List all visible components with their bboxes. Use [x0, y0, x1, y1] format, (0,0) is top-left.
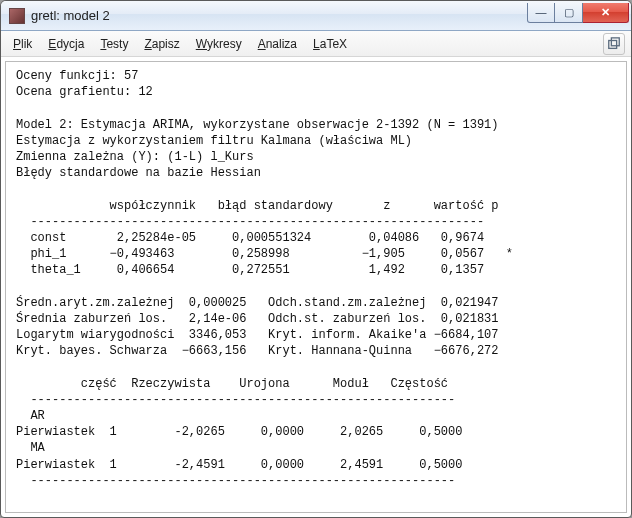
output-line: Oceny funkcji: 57 [16, 69, 138, 83]
menu-zapisz-rest: apisz [152, 37, 180, 51]
close-button[interactable]: ✕ [583, 3, 629, 23]
output-line: Średn.aryt.zm.zależnej 0,000025 Odch.sta… [16, 296, 498, 310]
output-line: ----------------------------------------… [16, 215, 484, 229]
windows-icon [607, 37, 621, 51]
svg-rect-0 [609, 40, 617, 48]
app-window: gretl: model 2 — ▢ ✕ Plik Edycja Testy Z… [0, 0, 632, 518]
titlebar[interactable]: gretl: model 2 — ▢ ✕ [1, 1, 631, 31]
window-tool-button[interactable] [603, 33, 625, 55]
output-line: AR [16, 409, 45, 423]
output-line: Pierwiastek 1 -2,0265 0,0000 2,0265 0,50… [16, 425, 462, 439]
menu-testy-rest: esty [106, 37, 128, 51]
close-icon: ✕ [601, 6, 610, 19]
menu-wykresy-rest: ykresy [207, 37, 242, 51]
output-line: const 2,25284e-05 0,000551324 0,04086 0,… [16, 231, 491, 245]
output-line: theta_1 0,406654 0,272551 1,492 0,1357 [16, 263, 491, 277]
menu-edycja[interactable]: Edycja [40, 34, 92, 54]
output-line: część Rzeczywista Urojona Moduł Częstość [16, 377, 448, 391]
minimize-button[interactable]: — [527, 3, 555, 23]
output-line: Średnia zaburzeń los. 2,14e-06 Odch.st. … [16, 312, 498, 326]
output-line: współczynnik błąd standardowy z wartość … [16, 199, 498, 213]
minimize-icon: — [536, 6, 547, 18]
menubar: Plik Edycja Testy Zapisz Wykresy Analiza… [1, 31, 631, 57]
app-icon [9, 8, 25, 24]
menu-plik[interactable]: Plik [5, 34, 40, 54]
output-line: Model 2: Estymacja ARIMA, wykorzystane o… [16, 118, 498, 132]
output-line: Pierwiastek 1 -2,4591 0,0000 2,4591 0,50… [16, 458, 462, 472]
menu-zapisz[interactable]: Zapisz [136, 34, 187, 54]
output-line: Ocena grafientu: 12 [16, 85, 153, 99]
output-line: ----------------------------------------… [16, 393, 455, 407]
output-line: Logarytm wiarygodności 3346,053 Kryt. in… [16, 328, 498, 342]
output-line: phi_1 −0,493463 0,258998 −1,905 0,0567 * [16, 247, 513, 261]
menu-latex-rest: aTeX [320, 37, 347, 51]
svg-rect-1 [611, 37, 619, 45]
window-title: gretl: model 2 [31, 8, 527, 23]
menu-testy[interactable]: Testy [92, 34, 136, 54]
output-pane[interactable]: Oceny funkcji: 57 Ocena grafientu: 12 Mo… [5, 61, 627, 513]
output-line: Kryt. bayes. Schwarza −6663,156 Kryt. Ha… [16, 344, 498, 358]
output-line: Błędy standardowe na bazie Hessian [16, 166, 261, 180]
maximize-icon: ▢ [564, 6, 574, 19]
menu-plik-rest: lik [21, 37, 32, 51]
menu-analiza-rest: naliza [266, 37, 297, 51]
output-line: MA [16, 441, 45, 455]
menu-edycja-rest: dycja [56, 37, 84, 51]
output-line: Estymacja z wykorzystaniem filtru Kalman… [16, 134, 412, 148]
menu-wykresy[interactable]: Wykresy [188, 34, 250, 54]
output-line: ----------------------------------------… [16, 474, 455, 488]
output-line: Zmienna zależna (Y): (1-L) l_Kurs [16, 150, 254, 164]
menu-analiza[interactable]: Analiza [250, 34, 305, 54]
maximize-button[interactable]: ▢ [555, 3, 583, 23]
menu-latex[interactable]: LaTeX [305, 34, 355, 54]
window-controls: — ▢ ✕ [527, 3, 629, 23]
